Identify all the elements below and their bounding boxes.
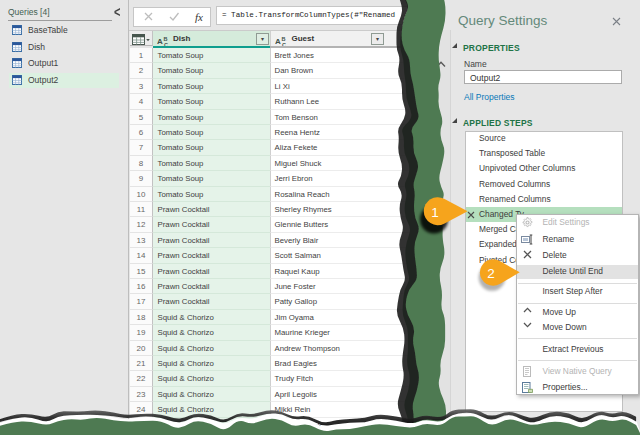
svg-text:A: A xyxy=(275,37,281,46)
svg-text:A: A xyxy=(157,37,163,46)
